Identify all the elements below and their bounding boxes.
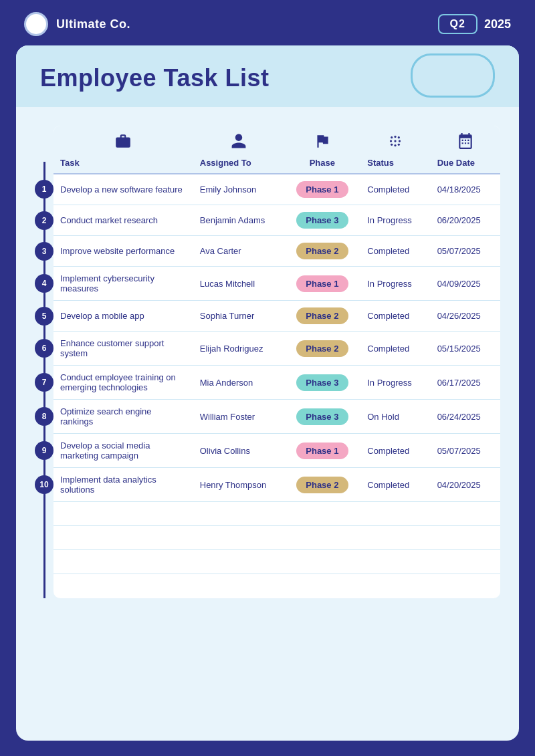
table-container: 12345678910 [16,107,519,610]
svg-point-2 [399,140,401,142]
phase-cell: Phase 3 [284,205,360,236]
phase-badge: Phase 1 [296,275,348,292]
header: Ultimate Co. Q2 2025 [0,0,535,45]
full-table-wrapper: 12345678910 [35,126,500,598]
status-cell: On Hold [360,400,430,434]
table-body: Develop a new software featureEmily John… [54,174,500,598]
assigned-cell: Olivia Collins [193,434,284,468]
svg-point-0 [395,140,397,142]
empty-cell [360,574,430,598]
date-cell: 05/07/2025 [431,434,500,468]
phase-cell: Phase 2 [284,468,360,502]
empty-cell [360,502,430,526]
task-cell: Implement cybersecurity measures [54,267,193,301]
header-right: Q2 2025 [438,14,511,34]
phase-badge: Phase 2 [296,477,348,493]
task-cell: Improve website performance [54,236,193,267]
table-row: Develop a new software featureEmily John… [54,174,500,205]
flag-icon-header [284,126,360,152]
status-cell: In Progress [360,366,430,400]
date-cell: 06/20/2025 [431,205,500,236]
title-section: Employee Task List [16,45,519,107]
status-cell: Completed [360,332,430,366]
empty-cell [54,502,193,526]
empty-cell [431,526,500,550]
assigned-cell: William Foster [193,400,284,434]
phase-cell: Phase 1 [284,267,360,301]
phase-badge: Phase 2 [296,307,348,324]
date-cell: 04/09/2025 [431,267,500,301]
col-assigned: Assigned To [193,152,284,174]
date-cell: 05/07/2025 [431,236,500,267]
assigned-cell: Benjamin Adams [193,205,284,236]
phase-badge: Phase 3 [296,408,348,425]
phase-badge: Phase 3 [296,212,348,229]
flag-icon [314,132,331,150]
task-cell: Implement data analytics solutions [54,468,193,502]
svg-point-1 [390,140,392,142]
col-phase: Phase [284,152,360,174]
svg-point-5 [391,136,393,138]
date-cell: 05/15/2025 [431,332,500,366]
assigned-cell: Mia Anderson [193,366,284,400]
empty-cell [193,550,284,574]
icon-row [54,126,500,152]
briefcase-icon [114,132,132,150]
assigned-cell: Elijah Rodriguez [193,332,284,366]
phase-cell: Phase 2 [284,301,360,332]
date-cell: 06/17/2025 [431,366,500,400]
assigned-cell: Henry Thompson [193,468,284,502]
table-row: Develop a mobile appSophia TurnerPhase 2… [54,301,500,332]
empty-cell [431,502,500,526]
table-header: Task Assigned To Phase Status Due Date [54,126,500,174]
assigned-cell: Emily Johnson [193,174,284,205]
empty-cell [284,502,360,526]
empty-cell [284,526,360,550]
task-table: Task Assigned To Phase Status Due Date D… [54,126,500,598]
empty-cell [431,574,500,598]
date-cell: 04/20/2025 [431,468,500,502]
status-cell: In Progress [360,267,430,301]
empty-cell [54,574,193,598]
empty-cell [431,550,500,574]
svg-point-7 [398,136,400,138]
row-number-circle: 1 [35,180,54,199]
person-icon [230,132,247,150]
table-row: Optimize search engine rankingsWilliam F… [54,400,500,434]
status-cell: Completed [360,434,430,468]
logo-icon [24,12,48,36]
empty-cell [360,526,430,550]
table-row: Improve website performanceAva CarterPha… [54,236,500,267]
status-cell: In Progress [360,205,430,236]
phase-cell: Phase 3 [284,400,360,434]
row-number-circle: 5 [35,307,54,326]
quarter-badge: Q2 [438,14,477,34]
col-date: Due Date [431,152,500,174]
status-cell: Completed [360,174,430,205]
row-number-circle: 6 [35,339,54,358]
phase-badge: Phase 1 [296,181,348,198]
row-number-circle: 9 [35,441,54,460]
row-number-circle: 7 [35,373,54,392]
phase-badge: Phase 1 [296,443,348,459]
phase-cell: Phase 3 [284,366,360,400]
phase-badge: Phase 3 [296,374,348,391]
empty-cell [193,574,284,598]
phase-cell: Phase 1 [284,174,360,205]
table-row: Conduct employee training on emerging te… [54,366,500,400]
calendar-icon [457,132,474,150]
svg-point-8 [391,144,393,146]
table-row: Conduct market researchBenjamin AdamsPha… [54,205,500,236]
status-cell: Completed [360,468,430,502]
date-cell: 06/24/2025 [431,400,500,434]
column-header-row: Task Assigned To Phase Status Due Date [54,152,500,174]
row-number-circle: 3 [35,242,54,261]
task-cell: Develop a social media marketing campaig… [54,434,193,468]
task-cell: Optimize search engine rankings [54,400,193,434]
phase-cell: Phase 1 [284,434,360,468]
date-cell: 04/26/2025 [431,301,500,332]
num-col-wrapper: 12345678910 [35,126,54,598]
dots-icon [387,132,404,150]
main-content: Employee Task List 12345678910 [16,45,519,741]
empty-row [54,502,500,526]
